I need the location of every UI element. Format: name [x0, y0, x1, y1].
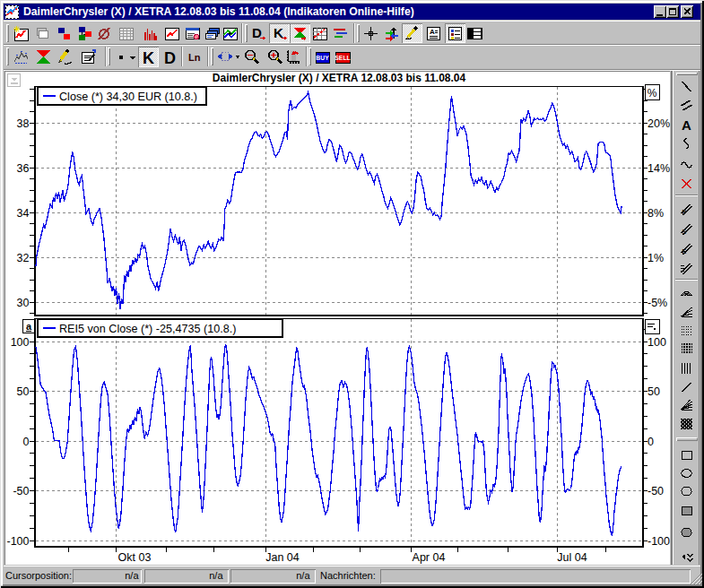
svg-text:Jan 04: Jan 04: [265, 551, 300, 564]
svg-text:a: a: [26, 321, 32, 332]
svg-text:50: 50: [648, 385, 660, 398]
svg-text:A: A: [682, 117, 691, 133]
svg-text:Close (*) 34,30 EUR (10.8.): Close (*) 34,30 EUR (10.8.): [59, 91, 197, 103]
svg-text:14%: 14%: [648, 162, 670, 175]
svg-text:-5%: -5%: [648, 297, 667, 309]
svg-text:REI5 von Close (*) -25,4735 (1: REI5 von Close (*) -25,4735 (10.8.): [59, 323, 236, 335]
svg-text:-50: -50: [648, 485, 664, 497]
svg-text:n/a: n/a: [296, 570, 310, 581]
svg-text:DaimlerChrysler (X) / XETRA 12: DaimlerChrysler (X) / XETRA 12.08.03 bis…: [23, 5, 414, 18]
svg-text:1%: 1%: [648, 252, 664, 264]
svg-text:SELL: SELL: [335, 55, 350, 61]
svg-text:DaimlerChrysler (X) / XETRA 12: DaimlerChrysler (X) / XETRA 12.08.03 bis…: [213, 72, 466, 84]
svg-text:Okt 03: Okt 03: [118, 551, 152, 564]
svg-text:A: A: [430, 28, 435, 36]
svg-text:BUY: BUY: [316, 55, 329, 61]
svg-text:34: 34: [17, 207, 30, 220]
svg-text:Jul 04: Jul 04: [557, 551, 587, 564]
svg-text:n/a: n/a: [125, 570, 139, 581]
svg-text:Cursorposition:: Cursorposition:: [5, 570, 72, 581]
svg-text:Apr 04: Apr 04: [413, 551, 446, 564]
svg-text:0: 0: [648, 436, 654, 448]
svg-text:20%: 20%: [648, 117, 670, 130]
svg-text:D: D: [164, 49, 176, 67]
svg-text:30: 30: [17, 297, 30, 309]
svg-text:Nachrichten:: Nachrichten:: [320, 570, 376, 581]
svg-text:%: %: [648, 87, 657, 99]
svg-text:36: 36: [17, 162, 30, 175]
svg-text:100: 100: [11, 336, 30, 349]
svg-text:-100: -100: [6, 535, 29, 548]
svg-text:50: 50: [17, 385, 30, 398]
svg-text:8%: 8%: [648, 207, 664, 220]
svg-text:-50: -50: [13, 485, 29, 497]
svg-text:K: K: [143, 49, 154, 67]
svg-text:Ln: Ln: [188, 52, 201, 63]
svg-text:-100: -100: [648, 535, 670, 548]
svg-text:n/a: n/a: [209, 570, 223, 581]
svg-text:100: 100: [648, 336, 666, 349]
svg-text:32: 32: [17, 252, 30, 264]
svg-text:0: 0: [23, 436, 30, 448]
svg-text:38: 38: [17, 117, 30, 130]
